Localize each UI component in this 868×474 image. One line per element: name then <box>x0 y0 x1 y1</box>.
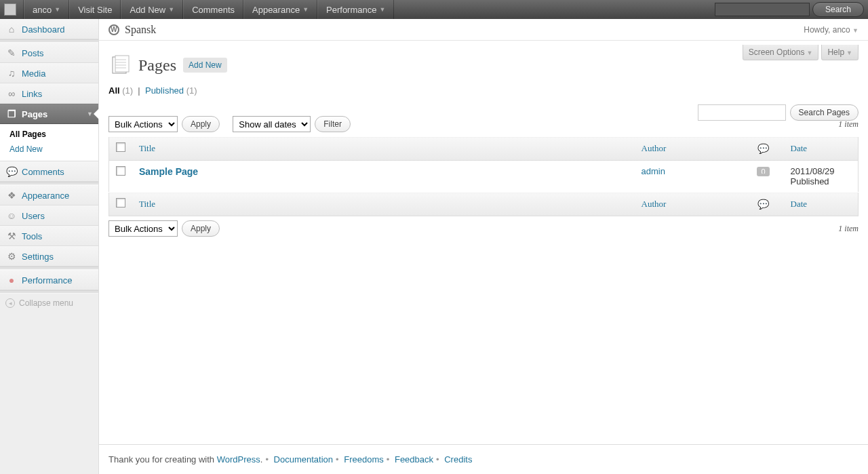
col-comments[interactable]: 💬 <box>743 137 784 161</box>
footer-credits-link[interactable]: Credits <box>444 454 472 465</box>
menu-dashboard[interactable]: ⌂Dashboard <box>0 19 98 39</box>
footer-freedoms-link[interactable]: Freedoms <box>344 454 384 465</box>
pin-icon: ✎ <box>5 47 18 58</box>
filter-button[interactable]: Filter <box>315 116 351 132</box>
adminbar-performance[interactable]: Performance▼ <box>317 0 394 19</box>
menu-tools[interactable]: ⚒Tools <box>0 226 98 246</box>
col-date[interactable]: Date <box>784 137 859 161</box>
adminbar-search-button[interactable]: Search <box>812 2 864 17</box>
comment-icon: 💬 <box>757 144 769 154</box>
submenu-all-pages[interactable]: All Pages <box>0 127 98 142</box>
footer-feedback-link[interactable]: Feedback <box>395 454 433 465</box>
add-new-button[interactable]: Add New <box>183 58 227 73</box>
table-row: Sample Page admin 0 2011/08/29Published <box>109 161 859 193</box>
adminbar-comments[interactable]: Comments <box>183 0 243 19</box>
bulk-actions-select[interactable]: Bulk Actions <box>108 116 178 132</box>
col-author[interactable]: Author <box>635 137 743 161</box>
header: W Spansk Howdy, anco ▼ <box>99 19 868 41</box>
chevron-down-icon: ▼ <box>87 111 93 117</box>
search-pages-input[interactable] <box>698 104 786 121</box>
performance-icon: ● <box>5 275 18 285</box>
chevron-down-icon: ▼ <box>806 50 812 56</box>
page-title: Pages <box>138 56 176 75</box>
row-title-link[interactable]: Sample Page <box>139 166 198 177</box>
admin-bar: anco▼ Visit Site Add New▼ Comments Appea… <box>0 0 868 19</box>
row-status: Published <box>791 176 829 186</box>
footer-documentation-link[interactable]: Documentation <box>274 454 333 465</box>
submenu-pages: All Pages Add New <box>0 124 98 161</box>
filter-links: All (1) | Published (1) <box>108 85 859 96</box>
menu-posts[interactable]: ✎Posts <box>0 43 98 63</box>
settings-icon: ⚙ <box>5 251 18 262</box>
home-icon: ⌂ <box>5 24 18 35</box>
apply-bulk-button[interactable]: Apply <box>182 116 220 132</box>
chevron-down-icon: ▼ <box>852 27 859 34</box>
col-title[interactable]: Title <box>132 137 635 161</box>
filter-all[interactable]: All <box>108 85 120 96</box>
menu-users[interactable]: ☺Users <box>0 205 98 226</box>
filter-published[interactable]: Published <box>145 85 184 96</box>
item-count-bottom: 1 item <box>838 224 859 234</box>
apply-bulk-button-bottom[interactable]: Apply <box>182 220 220 237</box>
menu-performance[interactable]: ●Performance <box>0 270 98 290</box>
chevron-down-icon: ▼ <box>168 6 174 13</box>
users-icon: ☺ <box>5 210 18 221</box>
adminbar-visit-site[interactable]: Visit Site <box>69 0 121 19</box>
main-content: W Spansk Howdy, anco ▼ Screen Options▼ H… <box>99 19 868 474</box>
date-filter-select[interactable]: Show all dates <box>233 116 311 132</box>
menu-media[interactable]: ♫Media <box>0 63 98 83</box>
collapse-icon: ◂ <box>5 298 15 308</box>
chevron-down-icon: ▼ <box>846 50 852 56</box>
svg-rect-1 <box>115 56 129 72</box>
pages-table: Title Author 💬 Date Sample Page admin 0 … <box>108 136 859 216</box>
bulk-actions-select-bottom[interactable]: Bulk Actions <box>108 220 178 237</box>
row-author-link[interactable]: admin <box>642 166 665 176</box>
chevron-down-icon: ▼ <box>379 6 385 13</box>
pages-icon <box>108 53 133 77</box>
comment-icon: 💬 <box>757 199 769 210</box>
chevron-down-icon: ▼ <box>54 6 60 13</box>
col-author-foot[interactable]: Author <box>635 193 743 216</box>
tools-icon: ⚒ <box>5 231 18 241</box>
admin-sidebar: ⌂Dashboard ✎Posts ♫Media ∞Links ❐Pages▼ … <box>0 19 99 474</box>
row-date: 2011/08/29 <box>791 166 835 176</box>
link-icon: ∞ <box>5 88 18 99</box>
col-comments-foot[interactable]: 💬 <box>743 193 784 216</box>
footer-wordpress-link[interactable]: WordPress <box>217 454 260 465</box>
menu-settings[interactable]: ⚙Settings <box>0 246 98 266</box>
howdy-user[interactable]: Howdy, anco ▼ <box>804 25 859 35</box>
menu-appearance[interactable]: ❖Appearance <box>0 185 98 205</box>
footer: Thank you for creating with WordPress.• … <box>99 444 868 474</box>
adminbar-add-new[interactable]: Add New▼ <box>121 0 183 19</box>
site-title: Spansk <box>125 24 156 36</box>
comment-count-badge[interactable]: 0 <box>757 167 769 176</box>
collapse-menu[interactable]: ◂Collapse menu <box>0 294 98 313</box>
adminbar-search-input[interactable] <box>715 3 810 16</box>
page-icon: ❐ <box>5 108 18 119</box>
wordpress-logo-icon: W <box>108 24 119 35</box>
col-title-foot[interactable]: Title <box>132 193 635 216</box>
adminbar-user[interactable] <box>0 0 24 19</box>
adminbar-username[interactable]: anco▼ <box>24 0 69 19</box>
menu-comments[interactable]: 💬Comments <box>0 161 98 182</box>
help-tab[interactable]: Help▼ <box>821 45 859 60</box>
row-checkbox[interactable] <box>116 166 125 176</box>
chevron-down-icon: ▼ <box>302 6 309 13</box>
search-pages-button[interactable]: Search Pages <box>790 104 859 121</box>
appearance-icon: ❖ <box>5 190 18 201</box>
adminbar-appearance[interactable]: Appearance▼ <box>243 0 317 19</box>
comment-icon: 💬 <box>5 166 18 177</box>
screen-options-tab[interactable]: Screen Options▼ <box>743 45 819 60</box>
select-all-checkbox[interactable] <box>116 142 125 152</box>
media-icon: ♫ <box>5 68 18 79</box>
select-all-checkbox-bottom[interactable] <box>116 198 125 208</box>
menu-links[interactable]: ∞Links <box>0 83 98 104</box>
submenu-add-new[interactable]: Add New <box>0 142 98 157</box>
avatar-icon <box>4 3 16 16</box>
col-date-foot[interactable]: Date <box>784 193 859 216</box>
menu-pages[interactable]: ❐Pages▼ <box>0 104 98 124</box>
